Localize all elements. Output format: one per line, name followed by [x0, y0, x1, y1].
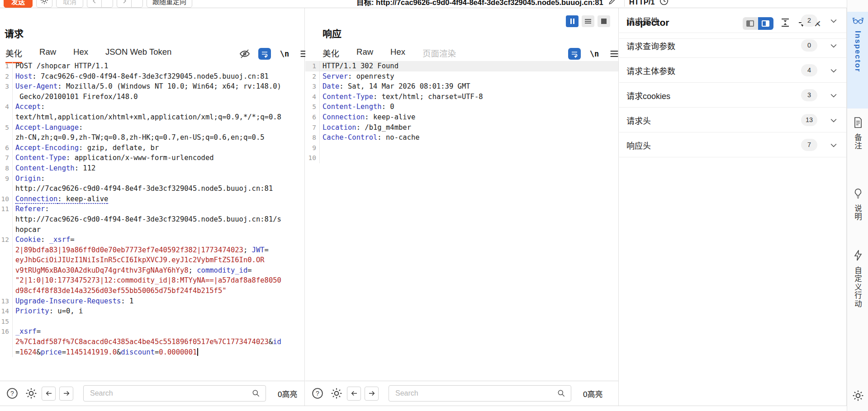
inspector-section-header[interactable]: 请求主体参数4 [619, 58, 846, 83]
code-line[interactable]: v9tRUgM6xBAo30A2dkuDq74gr4thv3FgNAaY6hYy… [0, 265, 304, 276]
history-back-group[interactable] [87, 0, 113, 8]
next-match-arrow-right-icon[interactable] [365, 387, 379, 401]
code-line[interactable]: 2|89bdfa83|19a86ff0d0e70eb7773ef7e40592f… [0, 245, 304, 255]
history-forward-group[interactable] [117, 0, 143, 8]
code-line[interactable]: 7Content-Type: application/x-www-form-ur… [0, 153, 304, 163]
code-line[interactable]: hopcar [0, 225, 304, 235]
code-line[interactable]: 2Host: 7cac9626-c9d0-4f94-8e4f-3de3cf329… [0, 71, 304, 82]
hide-preview-eye-off-icon[interactable] [238, 48, 251, 60]
chevron-down-icon[interactable] [829, 66, 838, 77]
side-tab-inspector[interactable]: Inspector [847, 12, 868, 109]
inspector-section-count-badge: 4 [801, 64, 817, 76]
code-line[interactable]: 15 [0, 317, 304, 327]
code-line[interactable]: eyJhbGciOiJIUzI1NiIsInR5cCI6IkpXVCJ9.eyJ… [0, 255, 304, 265]
request-search-input[interactable] [83, 385, 266, 402]
edit-target-icon[interactable] [608, 0, 617, 7]
code-line[interactable]: 3Date: Sat, 14 Mar 2026 08:01:39 GMT [305, 81, 618, 92]
search-settings-gear-icon[interactable] [330, 387, 343, 400]
code-line[interactable]: 1HTTP/1.1 302 Found [305, 61, 618, 71]
code-line[interactable]: 2Server: openresty [305, 71, 618, 82]
line-content: Gecko/20100101 Firefox/148.0 [13, 92, 138, 102]
inspector-section-header[interactable]: 请求属性2 [619, 8, 846, 33]
line-content: 2|89bdfa83|19a86ff0d0e70eb7773ef7e40592f… [13, 245, 269, 255]
pause-icon[interactable] [566, 15, 579, 27]
next-match-arrow-right-icon[interactable] [59, 387, 73, 401]
request-editor[interactable]: 1POST /shopcar HTTP/1.12Host: 7cac9626-c… [0, 61, 304, 381]
code-line[interactable]: 5Accept-Language: [0, 123, 304, 133]
code-line[interactable]: 8Cache-Control: no-cache [305, 132, 618, 143]
code-line[interactable]: 9 [305, 143, 618, 153]
code-line[interactable]: 4Content-Type: text/html; charset=UTF-8 [305, 92, 618, 102]
code-line[interactable]: 14Priority: u=0, i [0, 306, 304, 317]
code-line[interactable]: 3User-Agent: Mozilla/5.0 (Windows NT 10.… [0, 81, 304, 92]
code-line[interactable]: zh-CN,zh;q=0.9,zh-TW;q=0.8,zh-HK;q=0.7,e… [0, 132, 304, 143]
code-line[interactable]: =1624&price=1145141919.0&discount=0.0000… [0, 347, 304, 358]
editor-menu-icon[interactable] [608, 48, 621, 60]
code-line[interactable]: 10 [305, 153, 618, 163]
code-line[interactable]: 6Connection: keep-alive [305, 112, 618, 123]
chevron-down-icon[interactable] [829, 16, 838, 27]
newline-chars-icon[interactable]: \n [588, 48, 601, 60]
note-document-icon [853, 117, 863, 130]
help-icon[interactable]: ? [5, 387, 19, 400]
chevron-down-icon[interactable] [829, 91, 838, 102]
request-editor-actions: \n [238, 48, 311, 60]
code-line[interactable]: text/html,application/xhtml+xml,applicat… [0, 112, 304, 123]
code-line[interactable]: 4Accept: [0, 102, 304, 112]
inspector-section-header[interactable]: 请求cookies3 [619, 83, 846, 108]
side-tab-notes[interactable]: 备注 [847, 113, 868, 155]
response-search-input[interactable] [389, 385, 571, 402]
side-tab-help[interactable]: 说明 [847, 184, 868, 226]
code-line[interactable]: 16_xsrf= [0, 326, 304, 337]
code-line[interactable]: Gecko/20100101 Firefox/148.0 [0, 92, 304, 102]
http-version-label[interactable]: HTTP/1 [629, 0, 655, 6]
code-line[interactable]: 10Connection: keep-alive [0, 194, 304, 204]
code-line[interactable]: 2%7C1adf587f%7C8acacd0c4385ac4be45c55189… [0, 337, 304, 347]
chevron-down-icon[interactable] [829, 116, 838, 127]
code-line[interactable]: 6Accept-Encoding: gzip, deflate, br [0, 143, 304, 153]
code-line[interactable]: d98cf4f8f83de14a3256d03ef55bb50065d75bf2… [0, 286, 304, 296]
code-line[interactable]: 8Content-Length: 112 [0, 163, 304, 174]
prev-match-arrow-left-icon[interactable] [347, 387, 361, 401]
code-line[interactable]: 11Referer: [0, 204, 304, 214]
code-line[interactable]: http://7cac9626-c9d0-4f94-8e4f-3de3cf329… [0, 214, 304, 225]
code-line[interactable]: http://7cac9626-c9d0-4f94-8e4f-3de3cf329… [0, 184, 304, 194]
chevron-right-icon[interactable] [117, 0, 131, 8]
word-wrap-icon[interactable] [568, 48, 581, 60]
chevron-down-icon[interactable] [829, 141, 838, 151]
code-line[interactable]: 1POST /shopcar HTTP/1.1 [0, 61, 304, 71]
code-line[interactable]: 12Cookie: _xsrf= [0, 235, 304, 245]
inspector-section-header[interactable]: 请求头13 [619, 108, 846, 132]
inspector-section-header[interactable]: 请求查询参数0 [619, 33, 846, 58]
help-icon[interactable]: ? [311, 387, 324, 400]
code-line[interactable]: 9Origin: [0, 174, 304, 184]
history-clock-icon[interactable] [659, 0, 669, 8]
send-button[interactable]: 发送 [4, 0, 33, 8]
code-line[interactable]: 13Upgrade-Insecure-Requests: 1 [0, 296, 304, 307]
code-line[interactable]: 5Content-Length: 0 [305, 102, 618, 112]
line-content: Cookie: _xsrf= [13, 235, 75, 245]
chevron-left-icon[interactable] [87, 0, 101, 8]
search-settings-gear-icon[interactable] [24, 387, 38, 400]
prev-match-arrow-left-icon[interactable] [42, 387, 56, 401]
settings-gear-icon[interactable] [852, 390, 864, 403]
word-wrap-icon[interactable] [258, 48, 271, 60]
text-cursor [197, 348, 198, 356]
line-number: 16 [0, 326, 13, 337]
code-line[interactable]: "2|1:0|10:1773475273|12:commodity_id|8:M… [0, 275, 304, 286]
stop-square-icon[interactable] [598, 15, 610, 27]
line-number: 10 [0, 194, 13, 204]
list-lines-icon[interactable] [582, 15, 594, 27]
inspector-section-count-badge: 7 [801, 139, 817, 151]
cancel-button[interactable]: 取消 [56, 0, 83, 8]
line-content: Host: 7cac9626-c9d0-4f94-8e4f-3de3cf3290… [13, 71, 269, 82]
newline-chars-icon[interactable]: \n [278, 48, 291, 60]
response-editor[interactable]: 1HTTP/1.1 302 Found2Server: openresty3Da… [305, 61, 618, 381]
inspector-section-header[interactable]: 响应头7 [619, 132, 846, 157]
follow-redirect-button[interactable]: 跟随重定向 [147, 0, 192, 8]
chevron-down-icon[interactable] [829, 41, 838, 52]
send-settings-button[interactable] [36, 0, 52, 8]
side-tab-custom-actions[interactable]: 自定义行动 [847, 246, 868, 313]
code-line[interactable]: 7Location: /b1g_m4mber [305, 123, 618, 133]
line-content: Accept-Encoding: gzip, deflate, br [13, 143, 159, 153]
